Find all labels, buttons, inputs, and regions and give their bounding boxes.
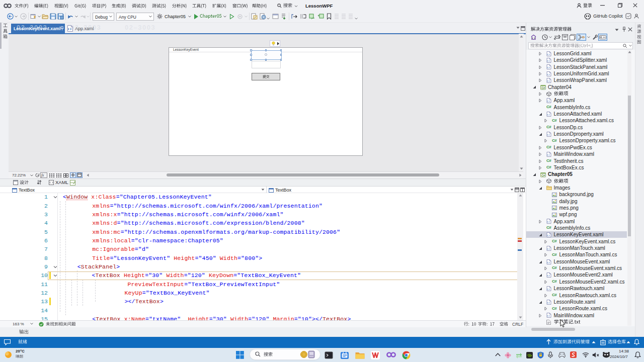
svg-text:C#: C#	[541, 173, 545, 176]
svg-text:C#: C#	[541, 86, 545, 89]
